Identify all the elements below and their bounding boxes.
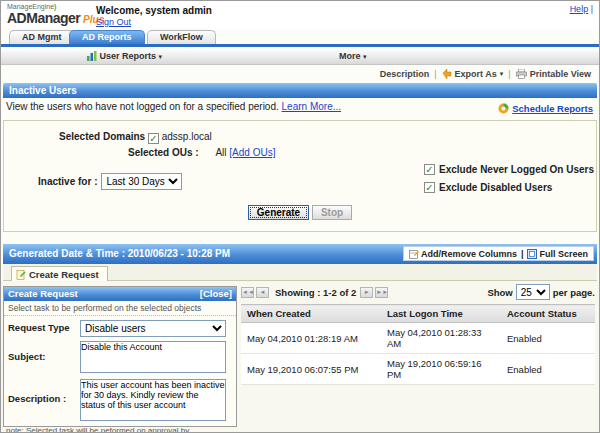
cell-when-created: May 19,2010 06:07:55 PM — [241, 354, 381, 385]
tab-workflow[interactable]: WorkFlow — [147, 30, 216, 44]
generated-datetime: Generated Date & Time : 2010/06/23 - 10:… — [9, 248, 230, 259]
report-subtitle: View the users who have not logged on fo… — [6, 101, 279, 112]
learn-more-link[interactable]: Learn More... — [282, 101, 341, 112]
domain-name: adssp.local — [162, 131, 212, 142]
add-ous-link[interactable]: [Add OUs] — [229, 147, 275, 158]
welcome-label: Welcome, — [96, 5, 143, 16]
report-criteria-panel: Selected Domains ✓ adssp.local Selected … — [3, 120, 597, 232]
col-when-created[interactable]: When Created — [241, 305, 381, 323]
description-field[interactable]: This user account has been inactive for … — [80, 379, 226, 421]
generated-bar: Generated Date & Time : 2010/06/23 - 10:… — [3, 244, 597, 264]
col-last-logon[interactable]: Last Logon Time — [381, 305, 501, 323]
per-page-select[interactable]: 25 — [516, 284, 550, 300]
brand-manageengine: ManageEngine — [7, 3, 54, 10]
create-request-tab[interactable]: Create Request — [11, 266, 108, 281]
dialog-note: note: Selected task will be peformed on … — [6, 426, 234, 433]
showing-label: Showing : 1-2 of 2 — [275, 287, 356, 298]
selected-ous-value: All — [215, 147, 226, 158]
inactive-for-select[interactable]: Last 30 Days — [101, 173, 182, 190]
printable-view-link[interactable]: Printable View — [516, 69, 591, 79]
result-tabstrip: Create Request — [3, 264, 597, 281]
generate-button[interactable]: Generate — [248, 205, 309, 220]
add-remove-columns-link[interactable]: Add/Remove Columns — [409, 249, 517, 259]
cell-when-created: May 04,2010 01:28:19 AM — [241, 323, 381, 354]
domain-checkbox[interactable]: ✓ — [148, 133, 159, 144]
inactive-users-table: When Created Last Logon Time Account Sta… — [241, 304, 595, 385]
per-page-label: per page. — [553, 287, 595, 298]
col-account-status[interactable]: Account Status — [501, 305, 595, 323]
tab-ad-reports[interactable]: AD Reports — [69, 30, 145, 44]
exclude-never-label: Exclude Never Logged On Users — [439, 164, 594, 175]
export-as-link[interactable]: Export As ▾ — [442, 69, 504, 79]
reports-menubar: User Reports ▾ More ▾ — [1, 50, 599, 65]
cell-last-logon: May 19,2010 06:59:16 PM — [381, 354, 501, 385]
swoosh-icon: ) — [54, 3, 56, 10]
dialog-header: Create Request [Close] — [4, 287, 236, 301]
cell-last-logon: May 04,2010 01:28:33 AM — [381, 323, 501, 354]
results-region: ◄◄ ◄ Showing : 1-2 of 2 ► ►► Show 25 per… — [241, 284, 595, 385]
stop-button[interactable]: Stop — [312, 205, 352, 220]
exclude-never-checkbox[interactable]: ✓ — [424, 164, 435, 175]
close-link[interactable]: [Close] — [200, 288, 232, 301]
dialog-instruction: Select task to be performed on the selec… — [4, 301, 236, 316]
chevron-down-icon: ▾ — [363, 53, 367, 60]
export-as-icon — [442, 69, 452, 79]
main-tabbar: AD Mgmt AD Reports WorkFlow — [1, 29, 599, 47]
menu-more[interactable]: More ▾ — [339, 51, 367, 61]
sign-out-link[interactable]: Sign Out — [96, 17, 212, 27]
table-row[interactable]: May 19,2010 06:07:55 PM May 19,2010 06:5… — [241, 354, 595, 385]
last-page-button[interactable]: ►► — [375, 287, 388, 298]
description-label: Description : — [8, 393, 66, 404]
add-remove-columns-icon — [409, 249, 419, 259]
user-reports-icon — [87, 51, 97, 61]
page-title: Inactive Users — [9, 85, 77, 96]
current-user: system admin — [145, 5, 212, 16]
first-page-button[interactable]: ◄◄ — [241, 287, 254, 298]
request-type-select[interactable]: Disable users — [80, 320, 226, 337]
full-screen-link[interactable]: Full Screen — [527, 249, 588, 259]
chevron-down-icon: ▾ — [159, 53, 163, 60]
menu-user-reports[interactable]: User Reports ▾ — [87, 51, 162, 61]
dialog-title: Create Request — [8, 288, 78, 301]
genbar-separator: | — [521, 249, 524, 259]
description-link[interactable]: Description — [380, 69, 430, 79]
chevron-down-icon: ▾ — [500, 70, 504, 78]
cell-account-status: Enabled — [501, 323, 595, 354]
help-separator: | — [591, 4, 593, 14]
subject-field[interactable]: Disable this Account — [80, 341, 226, 373]
prev-page-button[interactable]: ◄ — [256, 287, 269, 298]
table-row[interactable]: May 04,2010 01:28:19 AM May 04,2010 01:2… — [241, 323, 595, 354]
next-page-button[interactable]: ► — [360, 287, 373, 298]
show-label: Show — [487, 287, 512, 298]
brand-admanager: ADManager — [7, 10, 80, 26]
selected-ous-label: Selected OUs : — [128, 147, 199, 158]
full-screen-icon — [527, 249, 537, 259]
schedule-reports-icon — [498, 103, 509, 114]
cell-account-status: Enabled — [501, 354, 595, 385]
request-type-label: Request Type — [8, 322, 70, 333]
schedule-reports[interactable]: Schedule Reports — [498, 103, 593, 114]
welcome-block: Welcome, system admin Sign Out — [96, 5, 212, 27]
selected-domains-label: Selected Domains — [59, 131, 145, 142]
app-header: ManageEngine) ADManager Plus Welcome, sy… — [1, 1, 599, 29]
inactive-for-label: Inactive for : — [38, 176, 97, 187]
report-toolbar: Description | Export As ▾ | Printable Vi… — [380, 67, 591, 81]
admanager-window: ManageEngine) ADManager Plus Welcome, sy… — [0, 0, 600, 433]
subject-label: Subject: — [8, 351, 45, 362]
table-header-row: When Created Last Logon Time Account Sta… — [241, 305, 595, 323]
report-title-bar: Inactive Users — [3, 83, 597, 98]
create-request-dialog: Create Request [Close] Select task to be… — [3, 286, 237, 427]
create-request-icon — [16, 270, 26, 280]
tab-ad-mgmt[interactable]: AD Mgmt — [9, 30, 75, 44]
printable-view-icon — [516, 69, 527, 79]
help-link[interactable]: Help — [570, 4, 589, 14]
pagination-bar: ◄◄ ◄ Showing : 1-2 of 2 ► ►► Show 25 per… — [241, 284, 595, 300]
exclude-disabled-checkbox[interactable]: ✓ — [424, 182, 435, 193]
exclude-disabled-label: Exclude Disabled Users — [439, 182, 552, 193]
